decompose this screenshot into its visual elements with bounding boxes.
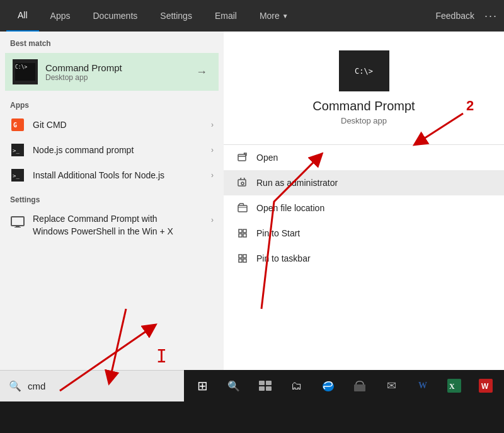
context-run-admin-label: Run as administrator	[256, 178, 338, 188]
powershell-setting-chevron-icon: ›	[211, 216, 214, 224]
nav-item-documents[interactable]: Documents	[81, 0, 149, 32]
svg-point-11	[241, 182, 244, 185]
list-item-nodejs-tools[interactable]: >_ Install Additional Tools for Node.js …	[0, 163, 224, 188]
svg-rect-26	[266, 386, 272, 391]
taskbar: ⊞ 🔍 🗂 ✉ W X W	[184, 370, 504, 401]
nodejs-prompt-label: Node.js command prompt	[33, 145, 211, 155]
nodejs-tools-label: Install Additional Tools for Node.js	[33, 170, 211, 180]
git-cmd-chevron-icon: ›	[211, 120, 214, 129]
app-detail-subtitle: Desktop app	[341, 116, 387, 125]
search-input[interactable]	[28, 381, 176, 391]
svg-rect-15	[239, 234, 242, 237]
search-bar-icon: 🔍	[8, 379, 23, 394]
list-item-powershell-setting[interactable]: Replace Command Prompt withWindows Power…	[0, 207, 224, 243]
nav-item-email[interactable]: Email	[203, 0, 248, 32]
app-detail: Command Prompt Desktop app	[224, 32, 504, 144]
context-open-file-loc[interactable]: Open file location	[224, 195, 504, 221]
powershell-setting-label: Replace Command Prompt withWindows Power…	[33, 213, 211, 238]
best-match-item[interactable]: Command Prompt Desktop app →	[5, 53, 219, 91]
search-ui: All Apps Documents Settings Email More ▼…	[0, 0, 504, 401]
monitor-icon	[10, 214, 25, 229]
svg-rect-6	[11, 217, 24, 226]
mail-button[interactable]: ✉	[375, 370, 407, 401]
app-detail-title: Command Prompt	[312, 99, 415, 113]
store-button[interactable]	[344, 370, 375, 401]
svg-rect-12	[238, 205, 247, 212]
best-match-title: Command Prompt	[45, 62, 192, 73]
svg-rect-7	[16, 226, 20, 227]
nodejs-prompt-chevron-icon: ›	[211, 146, 214, 154]
panels-row: Best match Command Prompt Desktop app → …	[0, 32, 504, 370]
nodejs-tools-chevron-icon: ›	[211, 171, 214, 180]
left-panel: Best match Command Prompt Desktop app → …	[0, 32, 224, 370]
nodejs-tools-icon: >_	[10, 168, 25, 183]
context-open-label: Open	[256, 153, 278, 163]
context-pin-taskbar[interactable]: Pin to taskbar	[224, 246, 504, 271]
svg-rect-16	[243, 234, 246, 237]
run-admin-icon	[236, 176, 249, 189]
list-item-nodejs[interactable]: >_ Node.js command prompt ›	[0, 137, 224, 163]
best-match-label: Best match	[0, 32, 224, 50]
right-panel: Command Prompt Desktop app Open	[224, 32, 504, 370]
file-explorer-button[interactable]: 🗂	[281, 370, 312, 401]
svg-rect-14	[243, 229, 246, 233]
svg-rect-19	[239, 259, 242, 262]
nav-item-settings[interactable]: Settings	[149, 0, 203, 32]
edge-button[interactable]	[312, 370, 344, 401]
git-cmd-label: Git CMD	[33, 120, 211, 130]
svg-rect-9	[238, 154, 246, 161]
file-location-icon	[236, 202, 249, 214]
svg-rect-28	[354, 384, 365, 391]
cmd-icon	[13, 59, 38, 84]
svg-text:G: G	[13, 122, 17, 129]
pin-taskbar-icon	[236, 252, 249, 265]
best-match-arrow-icon[interactable]: →	[192, 62, 211, 81]
more-dots-button[interactable]: ···	[484, 9, 498, 23]
best-match-text: Command Prompt Desktop app	[45, 62, 192, 82]
svg-rect-18	[243, 255, 246, 258]
svg-text:X: X	[449, 382, 455, 391]
word-button[interactable]: W	[407, 370, 438, 401]
excel-button[interactable]: X	[438, 370, 470, 401]
nodejs-icon: >_	[10, 142, 25, 158]
git-icon: G	[10, 117, 25, 132]
svg-rect-17	[239, 255, 242, 258]
nav-right: Feedback ···	[436, 9, 498, 23]
context-menu: Open Run as administrator	[224, 145, 504, 271]
apps-label: Apps	[0, 93, 224, 112]
task-view-button[interactable]	[249, 370, 281, 401]
context-pin-start-label: Pin to Start	[256, 228, 300, 238]
svg-rect-8	[14, 227, 21, 228]
svg-rect-24	[266, 381, 272, 385]
search-bar: 🔍	[0, 370, 184, 401]
svg-rect-13	[239, 229, 242, 233]
other-app-button[interactable]: W	[470, 370, 501, 401]
context-pin-taskbar-label: Pin to taskbar	[256, 253, 311, 263]
context-pin-start[interactable]: Pin to Start	[224, 221, 504, 246]
settings-label: Settings	[0, 188, 224, 207]
context-run-admin[interactable]: Run as administrator	[224, 170, 504, 195]
nav-item-apps[interactable]: Apps	[39, 0, 82, 32]
svg-text:>_: >_	[13, 173, 20, 179]
nav-items: All Apps Documents Settings Email More ▼	[6, 0, 436, 32]
svg-text:W: W	[481, 382, 489, 391]
feedback-button[interactable]: Feedback	[436, 11, 474, 21]
bottom-area: 🔍 ⊞ 🔍 🗂 ✉ W X W	[0, 370, 504, 401]
open-icon	[236, 151, 249, 164]
svg-rect-25	[259, 386, 265, 391]
context-open[interactable]: Open	[224, 145, 504, 170]
list-item-gitcmd[interactable]: G Git CMD ›	[0, 112, 224, 137]
nav-item-more[interactable]: More ▼	[248, 0, 300, 32]
svg-rect-23	[259, 381, 265, 385]
pin-start-icon	[236, 227, 249, 240]
svg-rect-20	[243, 259, 246, 262]
start-button[interactable]: ⊞	[186, 370, 218, 401]
nav-item-all[interactable]: All	[6, 0, 39, 32]
top-nav: All Apps Documents Settings Email More ▼…	[0, 0, 504, 32]
more-chevron-icon: ▼	[282, 13, 289, 20]
app-detail-cmd-icon	[339, 50, 389, 91]
search-taskbar-button[interactable]: 🔍	[218, 370, 249, 401]
svg-text:>_: >_	[13, 147, 20, 154]
best-match-subtitle: Desktop app	[45, 73, 192, 82]
context-file-loc-label: Open file location	[256, 203, 324, 213]
